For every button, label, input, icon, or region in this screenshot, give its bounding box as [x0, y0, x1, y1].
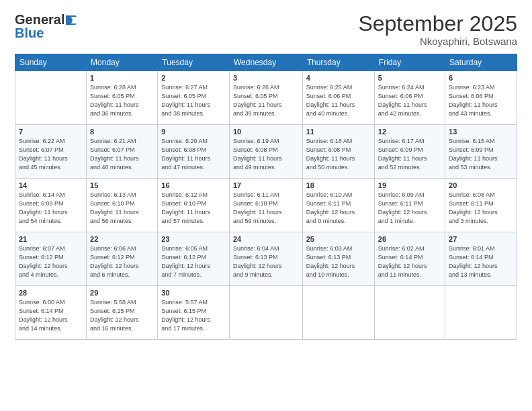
day-number: 3: [233, 74, 299, 82]
table-row: 9Sunrise: 6:20 AM Sunset: 6:08 PM Daylig…: [158, 125, 230, 179]
table-row: 15Sunrise: 6:13 AM Sunset: 6:10 PM Dayli…: [87, 179, 158, 232]
day-number: 24: [233, 235, 299, 243]
day-info: Sunrise: 6:19 AM Sunset: 6:08 PM Dayligh…: [233, 137, 299, 172]
calendar-table: Sunday Monday Tuesday Wednesday Thursday…: [15, 54, 517, 340]
table-row: [374, 286, 445, 340]
day-info: Sunrise: 6:01 AM Sunset: 6:14 PM Dayligh…: [449, 244, 513, 279]
table-row: 22Sunrise: 6:06 AM Sunset: 6:12 PM Dayli…: [87, 232, 158, 286]
day-number: 15: [90, 181, 154, 189]
col-sunday: Sunday: [15, 54, 87, 71]
day-info: Sunrise: 6:25 AM Sunset: 6:06 PM Dayligh…: [306, 83, 371, 118]
table-row: [15, 71, 87, 125]
day-number: 8: [90, 128, 154, 136]
day-number: 17: [233, 181, 299, 189]
day-info: Sunrise: 6:12 AM Sunset: 6:10 PM Dayligh…: [161, 191, 226, 226]
table-row: 24Sunrise: 6:04 AM Sunset: 6:13 PM Dayli…: [230, 232, 303, 286]
table-row: 21Sunrise: 6:07 AM Sunset: 6:12 PM Dayli…: [15, 232, 87, 286]
day-info: Sunrise: 6:13 AM Sunset: 6:10 PM Dayligh…: [90, 191, 154, 226]
day-info: Sunrise: 6:10 AM Sunset: 6:11 PM Dayligh…: [306, 191, 371, 226]
col-friday: Friday: [374, 54, 445, 71]
day-info: Sunrise: 6:20 AM Sunset: 6:08 PM Dayligh…: [161, 137, 226, 172]
table-row: 12Sunrise: 6:17 AM Sunset: 6:09 PM Dayli…: [374, 125, 445, 179]
table-row: 6Sunrise: 6:23 AM Sunset: 6:06 PM Daylig…: [445, 71, 517, 125]
day-number: 6: [449, 74, 513, 82]
table-row: 4Sunrise: 6:25 AM Sunset: 6:06 PM Daylig…: [302, 71, 374, 125]
table-row: 26Sunrise: 6:02 AM Sunset: 6:14 PM Dayli…: [374, 232, 445, 286]
day-info: Sunrise: 6:23 AM Sunset: 6:06 PM Dayligh…: [449, 83, 513, 118]
day-number: 7: [19, 128, 83, 136]
day-info: Sunrise: 6:26 AM Sunset: 6:05 PM Dayligh…: [233, 83, 299, 118]
day-info: Sunrise: 6:02 AM Sunset: 6:14 PM Dayligh…: [378, 244, 441, 279]
day-info: Sunrise: 6:27 AM Sunset: 6:05 PM Dayligh…: [161, 83, 226, 118]
table-row: 27Sunrise: 6:01 AM Sunset: 6:14 PM Dayli…: [445, 232, 517, 286]
day-info: Sunrise: 6:09 AM Sunset: 6:11 PM Dayligh…: [378, 191, 441, 226]
table-row: 1Sunrise: 6:28 AM Sunset: 6:05 PM Daylig…: [87, 71, 158, 125]
day-info: Sunrise: 6:05 AM Sunset: 6:12 PM Dayligh…: [161, 244, 226, 279]
table-row: 17Sunrise: 6:11 AM Sunset: 6:10 PM Dayli…: [230, 179, 303, 232]
logo: General Blue: [15, 12, 81, 40]
table-row: 30Sunrise: 5:57 AM Sunset: 6:15 PM Dayli…: [158, 286, 230, 340]
table-row: 5Sunrise: 6:24 AM Sunset: 6:06 PM Daylig…: [374, 71, 445, 125]
day-number: 10: [233, 128, 299, 136]
day-info: Sunrise: 6:21 AM Sunset: 6:07 PM Dayligh…: [90, 137, 154, 172]
col-tuesday: Tuesday: [158, 54, 230, 71]
day-number: 30: [161, 289, 226, 297]
calendar-week-row: 1Sunrise: 6:28 AM Sunset: 6:05 PM Daylig…: [15, 71, 517, 125]
day-info: Sunrise: 6:15 AM Sunset: 6:09 PM Dayligh…: [449, 137, 513, 172]
table-row: 19Sunrise: 6:09 AM Sunset: 6:11 PM Dayli…: [374, 179, 445, 232]
table-row: [445, 286, 517, 340]
day-number: 29: [90, 289, 154, 297]
day-info: Sunrise: 5:58 AM Sunset: 6:15 PM Dayligh…: [90, 298, 154, 333]
calendar-week-row: 7Sunrise: 6:22 AM Sunset: 6:07 PM Daylig…: [15, 125, 517, 179]
day-number: 26: [378, 235, 441, 243]
table-row: 7Sunrise: 6:22 AM Sunset: 6:07 PM Daylig…: [15, 125, 87, 179]
day-number: 21: [19, 235, 83, 243]
title-block: September 2025 Nkoyaphiri, Botswana: [358, 12, 517, 47]
table-row: 14Sunrise: 6:14 AM Sunset: 6:09 PM Dayli…: [15, 179, 87, 232]
day-info: Sunrise: 6:18 AM Sunset: 6:08 PM Dayligh…: [306, 137, 371, 172]
day-number: 28: [19, 289, 83, 297]
day-number: 11: [306, 128, 371, 136]
col-wednesday: Wednesday: [230, 54, 303, 71]
day-number: 14: [19, 181, 83, 189]
day-number: 18: [306, 181, 371, 189]
table-row: 2Sunrise: 6:27 AM Sunset: 6:05 PM Daylig…: [158, 71, 230, 125]
day-number: 27: [449, 235, 513, 243]
day-info: Sunrise: 6:00 AM Sunset: 6:14 PM Dayligh…: [19, 298, 83, 333]
table-row: 23Sunrise: 6:05 AM Sunset: 6:12 PM Dayli…: [158, 232, 230, 286]
day-number: 25: [306, 235, 371, 243]
col-thursday: Thursday: [302, 54, 374, 71]
day-info: Sunrise: 6:03 AM Sunset: 6:13 PM Dayligh…: [306, 244, 371, 279]
day-number: 20: [449, 181, 513, 189]
day-number: 2: [161, 74, 226, 82]
day-number: 22: [90, 235, 154, 243]
table-row: [230, 286, 303, 340]
calendar-week-row: 21Sunrise: 6:07 AM Sunset: 6:12 PM Dayli…: [15, 232, 517, 286]
table-row: 3Sunrise: 6:26 AM Sunset: 6:05 PM Daylig…: [230, 71, 303, 125]
day-number: 5: [378, 74, 441, 82]
day-info: Sunrise: 5:57 AM Sunset: 6:15 PM Dayligh…: [161, 298, 226, 333]
table-row: 10Sunrise: 6:19 AM Sunset: 6:08 PM Dayli…: [230, 125, 303, 179]
day-info: Sunrise: 6:24 AM Sunset: 6:06 PM Dayligh…: [378, 83, 441, 118]
day-info: Sunrise: 6:07 AM Sunset: 6:12 PM Dayligh…: [19, 244, 83, 279]
table-row: 29Sunrise: 5:58 AM Sunset: 6:15 PM Dayli…: [87, 286, 158, 340]
day-number: 4: [306, 74, 371, 82]
table-row: 16Sunrise: 6:12 AM Sunset: 6:10 PM Dayli…: [158, 179, 230, 232]
table-row: 8Sunrise: 6:21 AM Sunset: 6:07 PM Daylig…: [87, 125, 158, 179]
day-info: Sunrise: 6:17 AM Sunset: 6:09 PM Dayligh…: [378, 137, 441, 172]
day-info: Sunrise: 6:11 AM Sunset: 6:10 PM Dayligh…: [233, 191, 299, 226]
location: Nkoyaphiri, Botswana: [358, 36, 517, 47]
table-row: [302, 286, 374, 340]
table-row: 28Sunrise: 6:00 AM Sunset: 6:14 PM Dayli…: [15, 286, 87, 340]
col-saturday: Saturday: [445, 54, 517, 71]
day-info: Sunrise: 6:08 AM Sunset: 6:11 PM Dayligh…: [449, 191, 513, 226]
table-row: 11Sunrise: 6:18 AM Sunset: 6:08 PM Dayli…: [302, 125, 374, 179]
calendar-week-row: 28Sunrise: 6:00 AM Sunset: 6:14 PM Dayli…: [15, 286, 517, 340]
month-title: September 2025: [358, 12, 517, 36]
day-number: 13: [449, 128, 513, 136]
day-number: 1: [90, 74, 154, 82]
header: General Blue September 2025 Nkoyaphiri, …: [15, 12, 517, 47]
svg-marker-1: [71, 17, 81, 24]
day-number: 19: [378, 181, 441, 189]
day-info: Sunrise: 6:04 AM Sunset: 6:13 PM Dayligh…: [233, 244, 299, 279]
